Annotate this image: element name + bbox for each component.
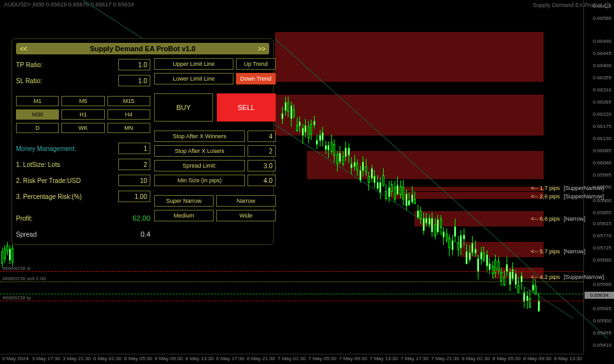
ea-panel: << Supply Demand EA ProBot v1.0 >> TP Ra… — [12, 38, 274, 245]
time-tick: 6 May 13:30 — [184, 354, 215, 364]
spread-limit-button[interactable]: Spread Limit: — [154, 160, 245, 171]
price-tick: 0.65590 — [593, 281, 611, 287]
pct-risk-label: 3. Percentage Risk:(%) — [16, 193, 114, 200]
stop-winners-button[interactable]: Stop After X Winners — [154, 131, 245, 142]
price-tick: 0.66490 — [593, 38, 611, 44]
risk-label: 2. Risk Per Trade:USD — [16, 177, 114, 184]
min-size-button[interactable]: Min Size (in pips) — [154, 175, 245, 186]
panel-back-arrow[interactable]: << — [16, 45, 31, 52]
time-tick: 3 May 21:30 — [61, 354, 92, 364]
time-tick: 8 May 13:30 — [553, 354, 583, 364]
lotsize-label: 1. LotSize: Lots — [16, 161, 114, 168]
panel-fwd-arrow[interactable]: >> — [254, 45, 269, 52]
time-tick: 6 May 01:30 — [92, 354, 123, 364]
tp-ratio-label: TP Ratio: — [16, 61, 114, 68]
time-tick: 6 May 17:30 — [215, 354, 246, 364]
time-tick: 7 May 01:30 — [276, 354, 307, 364]
lower-limit-button[interactable]: Lower Limit Line — [154, 73, 233, 84]
time-tick: 7 May 09:30 — [338, 354, 368, 364]
price-tick: 0.66130 — [593, 136, 611, 141]
timeframe-d-button[interactable]: D — [16, 123, 59, 133]
time-tick: 7 May 05:30 — [307, 354, 338, 364]
price-tick: 0.66625 — [593, 3, 611, 9]
time-tick: 7 May 21:30 — [430, 354, 460, 364]
timeframe-m1-button[interactable]: M1 — [16, 96, 59, 106]
timeframe-mn-button[interactable]: MN — [107, 123, 150, 133]
narrow-button[interactable]: Narrow — [216, 195, 276, 207]
mm-label: Money Management: — [16, 145, 114, 152]
super-narrow-button[interactable]: Super Narrow — [154, 195, 214, 207]
price-tick: 0.66085 — [593, 148, 611, 154]
timeframe-h1-button[interactable]: H1 — [61, 109, 104, 120]
time-tick: 8 May 05:30 — [491, 354, 522, 364]
time-tick: 6 May 21:30 — [246, 354, 276, 364]
trade-line: #6669238 sell 2.00 — [0, 281, 583, 282]
upper-limit-button[interactable]: Upper Limit Line — [154, 58, 233, 70]
price-tick: 0.65410 — [593, 342, 611, 348]
price-tick: 0.66220 — [593, 111, 611, 117]
time-axis: 3 May 20243 May 17:303 May 21:306 May 01… — [0, 354, 583, 364]
time-tick: 3 May 2024 — [0, 354, 31, 364]
price-tick: 0.66400 — [593, 63, 611, 68]
sl-ratio-input[interactable] — [118, 75, 150, 86]
stop-losers-input[interactable] — [248, 145, 276, 157]
price-tick: 0.65995 — [593, 172, 611, 178]
price-tick: 0.65680 — [593, 257, 611, 263]
profit-value: 62.00 — [115, 214, 150, 222]
sl-ratio-label: SL Ratio: — [16, 77, 114, 84]
timeframe-m30-button[interactable]: M30 — [16, 109, 59, 120]
up-trend-button[interactable]: Up Trend — [236, 58, 276, 70]
time-tick: 3 May 17:30 — [31, 354, 61, 364]
time-tick: 6 May 05:30 — [123, 354, 154, 364]
price-tick: 0.65855 — [593, 210, 611, 216]
down-trend-button[interactable]: Down Trend — [236, 73, 276, 84]
trade-line-label: #6669238 tp — [3, 295, 31, 301]
timeframe-m15-button[interactable]: M15 — [107, 96, 150, 106]
stop-winners-input[interactable] — [248, 131, 276, 142]
price-tick: 0.66040 — [593, 160, 611, 166]
time-tick: 8 May 09:30 — [522, 354, 553, 364]
time-tick: 6 May 09:30 — [154, 354, 184, 364]
price-axis: 0.666250.665800.664900.664450.664000.663… — [583, 0, 614, 354]
tp-ratio-input[interactable] — [118, 59, 150, 70]
timeframe-h4-button[interactable]: H4 — [107, 109, 150, 120]
trade-line: #6669238 tp — [0, 301, 583, 301]
lotsize-input[interactable] — [118, 159, 150, 170]
spread-value: 0.4 — [115, 230, 150, 238]
min-size-input[interactable] — [248, 175, 276, 186]
spread-label: Spread — [16, 231, 111, 238]
time-tick: 7 May 17:30 — [399, 354, 430, 364]
panel-titlebar[interactable]: << Supply Demand EA ProBot v1.0 >> — [16, 43, 269, 54]
trade-line: #6669238 sl — [0, 271, 583, 272]
trade-line-label: #6669238 sl — [3, 265, 31, 271]
panel-title-text: Supply Demand EA ProBot v1.0 — [90, 45, 195, 52]
price-tick: 0.65455 — [593, 330, 611, 336]
price-tick: 0.66355 — [593, 75, 611, 81]
sell-button[interactable]: SELL — [217, 93, 276, 122]
stop-losers-button[interactable]: Stop After X Losers — [154, 145, 245, 157]
price-tick: 0.66580 — [593, 15, 611, 21]
trade-line — [0, 294, 583, 294]
price-tick: 0.65500 — [593, 318, 611, 324]
price-tick: 0.66445 — [593, 51, 611, 56]
time-tick: 7 May 13:30 — [368, 354, 399, 364]
chart-area: AUDUSD+,M30 0.65619 0.65676 0.65617 0.65… — [0, 0, 614, 364]
medium-button[interactable]: Medium — [154, 210, 214, 221]
spread-limit-input[interactable] — [248, 160, 276, 171]
risk-input[interactable] — [118, 175, 150, 186]
timeframe-m5-button[interactable]: M5 — [61, 96, 104, 106]
trade-line-label: #6669238 sell 2.00 — [3, 276, 46, 281]
price-tick: 0.65725 — [593, 245, 611, 251]
symbol-info: AUDUSD+,M30 0.65619 0.65676 0.65617 0.65… — [4, 1, 134, 9]
price-tick: 0.65815 — [593, 221, 611, 226]
time-tick: 8 May 01:30 — [460, 354, 491, 364]
profit-label: Profit: — [16, 215, 111, 222]
buy-button[interactable]: BUY — [154, 93, 213, 122]
price-tick: 0.66175 — [593, 123, 611, 129]
mm-input[interactable] — [118, 143, 150, 154]
pct-risk-input[interactable] — [118, 191, 150, 202]
price-tick: 0.65545 — [593, 306, 611, 312]
timeframe-wk-button[interactable]: WK — [61, 123, 104, 133]
wide-button[interactable]: Wide — [216, 210, 276, 221]
price-tick: 0.66310 — [593, 87, 611, 93]
